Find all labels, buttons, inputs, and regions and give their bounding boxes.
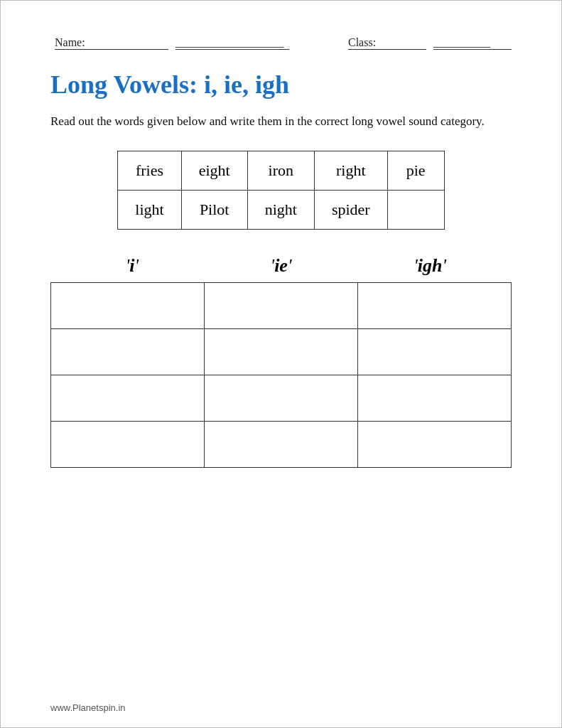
instructions-text: Read out the words given below and write… bbox=[50, 112, 512, 131]
word-bank-cell bbox=[387, 190, 444, 229]
answer-cell[interactable] bbox=[205, 282, 358, 328]
answer-cell[interactable] bbox=[358, 282, 512, 328]
word-bank-cell: spider bbox=[314, 190, 387, 229]
answer-cell[interactable] bbox=[205, 328, 358, 375]
category-section: 'i' 'ie' 'igh' bbox=[50, 255, 512, 468]
category-i-header: 'i' bbox=[58, 255, 207, 277]
name-field: Name: ___________________ bbox=[50, 36, 289, 50]
answer-cell[interactable] bbox=[358, 421, 512, 467]
category-igh-header: 'igh' bbox=[355, 255, 504, 277]
answer-cell[interactable] bbox=[205, 421, 358, 467]
category-ie-header: 'ie' bbox=[207, 255, 356, 277]
page-title: Long Vowels: i, ie, igh bbox=[50, 70, 512, 100]
word-bank-cell: light bbox=[118, 190, 181, 229]
word-bank-cell: fries bbox=[118, 151, 181, 190]
word-bank-cell: Pilot bbox=[181, 190, 247, 229]
word-bank-cell: night bbox=[247, 190, 314, 229]
answer-cell[interactable] bbox=[358, 375, 512, 421]
name-line: ___________________ bbox=[175, 36, 289, 50]
answer-cell[interactable] bbox=[51, 328, 205, 375]
category-headers: 'i' 'ie' 'igh' bbox=[50, 255, 512, 277]
class-label: Class: bbox=[348, 36, 426, 50]
class-line: __________ bbox=[433, 36, 512, 50]
header-row: Name: ___________________ Class: _______… bbox=[50, 36, 512, 50]
class-field: Class: __________ bbox=[344, 36, 512, 50]
answer-cell[interactable] bbox=[358, 328, 512, 375]
answer-cell[interactable] bbox=[51, 421, 205, 467]
name-label: Name: bbox=[55, 36, 168, 50]
worksheet-page: Name: ___________________ Class: _______… bbox=[0, 0, 562, 728]
answer-table bbox=[50, 282, 512, 468]
word-bank-cell: eight bbox=[181, 151, 247, 190]
answer-cell[interactable] bbox=[205, 375, 358, 421]
answer-cell[interactable] bbox=[51, 282, 205, 328]
answer-cell[interactable] bbox=[51, 375, 205, 421]
word-bank-table: frieseightironrightpielightPilotnightspi… bbox=[117, 151, 444, 230]
word-bank-cell: right bbox=[314, 151, 387, 190]
word-bank-cell: pie bbox=[387, 151, 444, 190]
word-bank-cell: iron bbox=[247, 151, 314, 190]
footer-text: www.Planetspin.in bbox=[50, 702, 126, 713]
